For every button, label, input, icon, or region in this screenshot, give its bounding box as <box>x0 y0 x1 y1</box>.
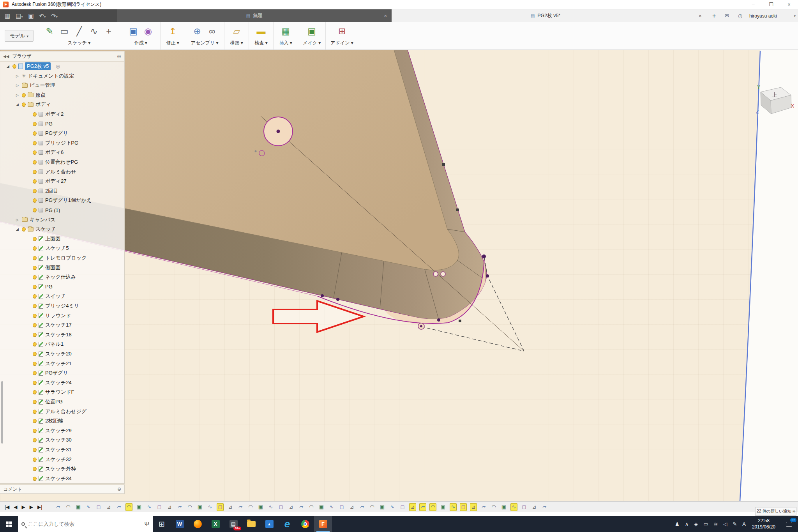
pen-icon[interactable]: ✎ <box>733 521 737 527</box>
bulb-icon[interactable] <box>33 141 37 145</box>
timeline-feature-icon[interactable]: ⊿ <box>166 503 173 511</box>
browser-tree-item[interactable]: スイッチ <box>0 292 124 301</box>
comment-bar[interactable]: コメント ⊖ <box>0 484 125 494</box>
tree-collapsed-icon[interactable]: ▷ <box>15 83 20 87</box>
timeline-feature-icon[interactable]: ⊿ <box>288 503 295 511</box>
sketch-point[interactable] <box>255 150 257 152</box>
new-component-icon[interactable]: ⊕ <box>190 23 205 39</box>
constraint-circle[interactable] <box>433 272 438 276</box>
bulb-icon[interactable] <box>33 179 37 183</box>
taskbar-app-photos[interactable]: ▲ <box>260 516 278 532</box>
browser-tree-item[interactable]: ブリッジ下PG <box>0 138 124 148</box>
browser-tree-item[interactable]: パネル1 <box>0 339 124 349</box>
play-button[interactable]: ▶ <box>22 504 25 510</box>
timeline-feature-icon[interactable]: ◠ <box>369 503 376 511</box>
browser-tree-item[interactable]: サラウンド <box>0 311 124 320</box>
notifications-icon[interactable]: ✉ <box>725 9 729 22</box>
redo-icon[interactable]: ↷▾ <box>51 12 58 19</box>
bulb-icon[interactable] <box>33 208 37 212</box>
microphone-icon[interactable]: Ψ <box>144 521 149 527</box>
timeline-feature-icon[interactable]: ▱ <box>237 503 244 511</box>
browser-tree-item[interactable]: トレモロブロック <box>0 253 124 263</box>
rectangle-icon[interactable]: ▭ <box>57 23 72 39</box>
circle-center-point[interactable] <box>277 130 280 133</box>
timeline-feature-icon[interactable]: ▣ <box>196 503 203 511</box>
bulb-icon[interactable] <box>33 429 37 433</box>
timeline-feature-icon[interactable]: ∿ <box>450 503 457 511</box>
browser-tree-item[interactable]: PGザグリ <box>0 368 124 378</box>
browser-tree-item[interactable]: スケッチ20 <box>0 349 124 359</box>
timeline-feature-icon[interactable]: ▣ <box>75 503 82 511</box>
bulb-icon[interactable] <box>22 93 26 97</box>
press-pull-icon[interactable]: ↥ <box>165 23 180 39</box>
close-button[interactable]: × <box>780 0 798 9</box>
taskbar-app-task-view[interactable]: ⊞ <box>153 516 171 532</box>
bulb-icon[interactable] <box>33 275 37 279</box>
browser-tree-item[interactable]: ◢スケッチ <box>0 224 124 234</box>
save-icon[interactable]: ▣ <box>28 12 34 19</box>
timeline-feature-icon[interactable]: ◻ <box>217 503 224 511</box>
bulb-icon[interactable] <box>33 419 37 423</box>
browser-tree-item[interactable]: アルミ合わせジグ <box>0 407 124 416</box>
timeline-feature-icon[interactable]: ◻ <box>460 503 467 511</box>
timeline-feature-icon[interactable]: ∿ <box>389 503 396 511</box>
tree-collapsed-icon[interactable]: ▷ <box>15 74 20 78</box>
toolbar-group-label[interactable]: 作成 ▾ <box>134 40 147 46</box>
browser-tree-item[interactable]: 上面図 <box>0 234 124 244</box>
tab-untitled[interactable]: ▤ 無題 × <box>117 9 392 22</box>
tree-expanded-icon[interactable]: ◢ <box>15 103 20 106</box>
browser-tree-item[interactable]: スケッチ5 <box>0 244 124 253</box>
bulb-icon[interactable] <box>33 237 37 241</box>
timeline-feature-icon[interactable]: ▱ <box>298 503 305 511</box>
toolbar-group-label[interactable]: 修正 ▾ <box>166 40 179 46</box>
bulb-icon[interactable] <box>33 381 37 385</box>
browser-tree-item[interactable]: スケッチ30 <box>0 435 124 445</box>
browser-tree-item[interactable]: スケッチ32 <box>0 455 124 464</box>
browser-tree-item[interactable]: ブリッジ4ミリ <box>0 301 124 311</box>
browser-tree-item[interactable]: サラウンドF <box>0 387 124 397</box>
browser-tree-item[interactable]: 2枚距離 <box>0 416 124 426</box>
bulb-icon[interactable] <box>33 323 37 327</box>
taskbar-search[interactable]: Ψ <box>18 516 153 532</box>
timeline-feature-icon[interactable]: ◠ <box>308 503 315 511</box>
bulb-icon[interactable] <box>12 64 16 68</box>
bulb-icon[interactable] <box>33 342 37 346</box>
bulb-icon[interactable] <box>33 448 37 452</box>
bulb-icon[interactable] <box>22 103 26 106</box>
toolbar-group-label[interactable]: メイク ▾ <box>303 40 321 46</box>
timeline-feature-icon[interactable]: ⊿ <box>470 503 477 511</box>
timeline-feature-icon[interactable]: ▱ <box>419 503 426 511</box>
taskbar-app-firefox[interactable] <box>189 516 207 532</box>
skip-end-button[interactable]: ▶| <box>37 504 42 510</box>
volume-icon[interactable]: ◁ <box>723 521 727 527</box>
add-ins-icon[interactable]: ⊞ <box>335 23 350 39</box>
bulb-icon[interactable] <box>33 400 37 404</box>
bulb-icon[interactable] <box>33 256 37 260</box>
toolbar-group-label[interactable]: 挿入 ▾ <box>279 40 292 46</box>
battery-icon[interactable]: ▭ <box>703 521 708 527</box>
line-icon[interactable]: ╱ <box>72 23 87 39</box>
point-icon[interactable]: + <box>101 23 116 39</box>
timeline-feature-icon[interactable]: ▱ <box>541 503 548 511</box>
bulb-icon[interactable] <box>22 227 26 231</box>
activate-radio-icon[interactable]: ◎ <box>56 64 60 69</box>
hide-comments-icon[interactable]: ⊖ <box>117 486 121 492</box>
timeline-feature-icon[interactable]: ▱ <box>115 503 122 511</box>
constraint-circle[interactable] <box>441 272 445 276</box>
taskbar-app-chat[interactable]: ▤99+ <box>224 516 242 532</box>
joint-icon[interactable]: ∞ <box>205 23 219 39</box>
bulb-icon[interactable] <box>33 246 37 250</box>
ime-icon[interactable]: A <box>742 521 746 527</box>
taskbar-app-edge[interactable]: e <box>278 516 296 532</box>
timeline-feature-icon[interactable]: ◻ <box>399 503 406 511</box>
collapse-panel-icon[interactable]: ◀◀ <box>3 54 9 58</box>
measure-icon[interactable]: ▬ <box>254 23 268 39</box>
bulb-icon[interactable] <box>33 458 37 461</box>
browser-tree-item[interactable]: ◢PG2枚 v5◎ <box>0 62 124 71</box>
bulb-icon[interactable] <box>33 438 37 442</box>
tab-pg2-v5[interactable]: ▤ PG2枚 v5* <box>464 9 627 22</box>
browser-tree-item[interactable]: 位置合わせPG <box>0 157 124 167</box>
timeline-feature-icon[interactable]: ∿ <box>146 503 153 511</box>
browser-tree-item[interactable]: 側面図 <box>0 263 124 272</box>
timeline-feature-icon[interactable]: ▣ <box>257 503 264 511</box>
